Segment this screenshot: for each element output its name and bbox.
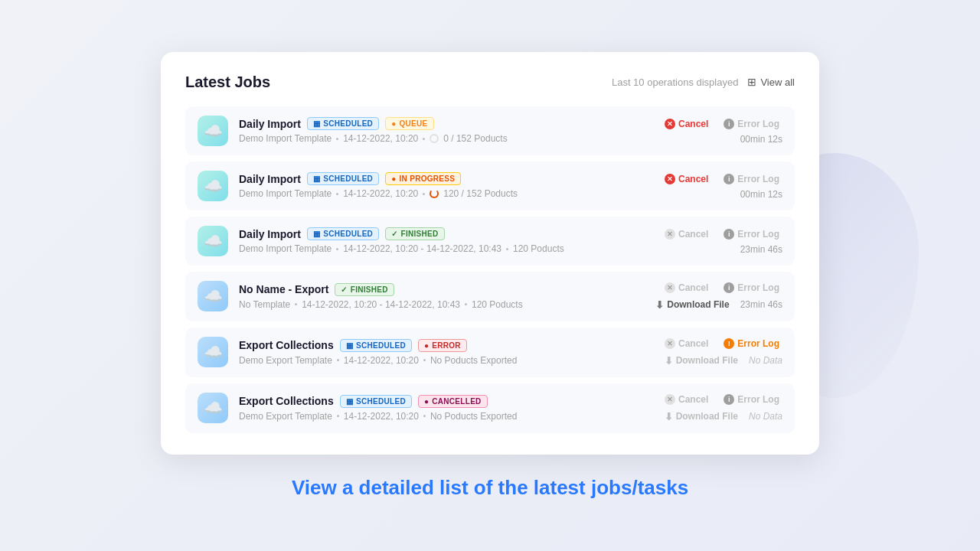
info-icon: i	[724, 119, 734, 129]
job-info: Daily Import ▦ SCHEDULED ● QUEUE Demo Im…	[239, 117, 508, 144]
cancel-icon: ✕	[665, 119, 675, 129]
view-all-label: View all	[760, 77, 795, 88]
badge-scheduled: ▦ SCHEDULED	[307, 172, 379, 185]
meta-dot	[336, 138, 338, 140]
badge-dot-icon: ●	[391, 119, 396, 128]
job-date: 14-12-2022, 10:20	[343, 188, 418, 199]
error-log-button[interactable]: ! Error Log	[720, 337, 782, 350]
badge-dot-icon: ●	[424, 397, 429, 406]
cancel-icon: ✕	[665, 174, 675, 184]
job-left: ☁️ Daily Import ▦ SCHEDULED ● QUEUE Demo…	[198, 116, 629, 146]
job-actions-top: ✕ Cancel i Error Log	[662, 393, 782, 406]
job-title-row: Daily Import ▦ SCHEDULED ● IN PROGRESS	[239, 172, 518, 185]
no-data-label: No Data	[749, 411, 782, 422]
meta-dot	[336, 193, 338, 195]
job-name: Daily Import	[239, 228, 301, 240]
page-tagline: View a detailed list of the latest jobs/…	[292, 476, 688, 500]
job-left: ☁️ No Name - Export ✓ FINISHED No Templa…	[198, 281, 629, 311]
job-icon-export: ☁️	[198, 281, 228, 311]
job-name: Export Collections	[239, 395, 334, 407]
cancel-button[interactable]: ✕ Cancel	[662, 281, 711, 295]
badge-queue: ● QUEUE	[385, 117, 433, 130]
job-left: ☁️ Daily Import ▦ SCHEDULED ✓ FINISHED D…	[198, 226, 629, 256]
job-right: ✕ Cancel i Error Log 00min 12s	[629, 172, 782, 200]
job-template: No Template	[239, 299, 290, 310]
job-name: Daily Import	[239, 173, 301, 185]
error-log-button[interactable]: i Error Log	[720, 172, 782, 186]
grid-icon: ⊞	[747, 76, 756, 88]
badge-scheduled: ▦ SCHEDULED	[307, 227, 379, 240]
job-meta: Demo Import Template 14-12-2022, 10:20 -…	[239, 243, 564, 254]
job-title-row: Export Collections ▦ SCHEDULED ● CANCELL…	[239, 395, 517, 408]
error-log-button[interactable]: i Error Log	[720, 281, 782, 295]
badge-scheduled: ▦ SCHEDULED	[340, 395, 412, 408]
job-date: 14-12-2022, 10:20 - 14-12-2022, 10:43	[302, 299, 460, 310]
meta-dot	[423, 138, 425, 140]
job-right: ✕ Cancel ! Error Log ⬇ Download File	[629, 337, 782, 368]
download-icon: ⬇	[655, 299, 664, 311]
badge-error: ● ERROR	[418, 339, 467, 352]
jobs-card: Latest Jobs Last 10 operations displayed…	[161, 52, 819, 455]
job-actions-bottom: ⬇ Download File No Data	[662, 354, 782, 368]
cancel-button[interactable]: ✕ Cancel	[662, 337, 711, 350]
job-right: ✕ Cancel i Error Log ⬇ Download File	[629, 393, 782, 424]
job-progress: No Poducts Exported	[430, 411, 517, 422]
cancel-icon-disabled: ✕	[665, 229, 675, 240]
meta-dot	[295, 303, 297, 305]
badge-dot-icon: ●	[391, 174, 396, 183]
card-title: Latest Jobs	[185, 73, 270, 91]
error-log-button[interactable]: i Error Log	[720, 117, 782, 131]
job-progress: No Poducts Exported	[430, 355, 517, 366]
page-wrapper: Latest Jobs Last 10 operations displayed…	[0, 0, 980, 551]
job-info: Daily Import ▦ SCHEDULED ● IN PROGRESS D…	[239, 172, 518, 199]
job-template: Demo Import Template	[239, 133, 332, 144]
job-icon-import: ☁️	[198, 116, 228, 146]
meta-dot	[336, 248, 338, 250]
job-actions-bottom: 00min 12s	[740, 189, 782, 200]
job-date: 14-12-2022, 10:20 - 14-12-2022, 10:43	[343, 243, 501, 254]
job-date: 14-12-2022, 10:20	[344, 411, 419, 422]
job-progress: 120 Poducts	[513, 243, 564, 254]
badge-check-icon: ✓	[341, 285, 347, 294]
job-row: ☁️ Export Collections ▦ SCHEDULED ● ERRO…	[185, 328, 795, 377]
error-log-button[interactable]: i Error Log	[720, 227, 782, 241]
cancel-button[interactable]: ✕ Cancel	[662, 227, 711, 241]
job-icon-import: ☁️	[198, 226, 228, 256]
job-row: ☁️ Export Collections ▦ SCHEDULED ● CANC…	[185, 383, 795, 433]
job-meta: Demo Export Template 14-12-2022, 10:20 N…	[239, 411, 517, 422]
job-time: 23min 46s	[740, 244, 782, 255]
view-all-button[interactable]: ⊞ View all	[747, 76, 795, 88]
download-file-button[interactable]: ⬇ Download File	[662, 354, 741, 368]
job-date: 14-12-2022, 10:20	[344, 355, 419, 366]
error-log-button[interactable]: i Error Log	[720, 393, 782, 406]
cancel-icon-disabled: ✕	[665, 338, 675, 349]
cancel-button[interactable]: ✕ Cancel	[662, 172, 711, 186]
job-info: Export Collections ▦ SCHEDULED ● ERROR D…	[239, 339, 517, 366]
cancel-button[interactable]: ✕ Cancel	[662, 117, 711, 131]
job-row: ☁️ No Name - Export ✓ FINISHED No Templa…	[185, 272, 795, 321]
badge-icon: ▦	[346, 397, 353, 406]
badge-icon: ▦	[346, 341, 353, 350]
job-actions-bottom: ⬇ Download File 23min 46s	[652, 298, 782, 312]
meta-dot	[337, 415, 339, 417]
job-name: Daily Import	[239, 118, 301, 130]
cancel-button[interactable]: ✕ Cancel	[662, 393, 711, 406]
badge-check-icon: ✓	[391, 230, 397, 238]
meta-dot	[423, 359, 426, 361]
job-actions-bottom: ⬇ Download File No Data	[662, 409, 782, 424]
job-template: Demo Export Template	[239, 411, 332, 422]
download-icon-disabled: ⬇	[665, 355, 673, 367]
cancel-icon-disabled: ✕	[665, 282, 675, 293]
job-template: Demo Export Template	[239, 355, 332, 366]
download-file-button[interactable]: ⬇ Download File	[662, 409, 741, 424]
job-meta: No Template 14-12-2022, 10:20 - 14-12-20…	[239, 299, 523, 310]
job-actions-top: ✕ Cancel i Error Log	[662, 227, 782, 241]
job-actions-top: ✕ Cancel i Error Log	[662, 172, 782, 186]
job-actions-top: ✕ Cancel i Error Log	[662, 117, 782, 131]
job-time: 23min 46s	[740, 299, 782, 310]
job-right: ✕ Cancel i Error Log ⬇ Download File	[629, 281, 782, 312]
badge-scheduled: ▦ SCHEDULED	[307, 117, 379, 130]
download-file-button[interactable]: ⬇ Download File	[652, 298, 732, 312]
job-meta: Demo Export Template 14-12-2022, 10:20 N…	[239, 355, 517, 366]
job-title-row: Export Collections ▦ SCHEDULED ● ERROR	[239, 339, 517, 352]
